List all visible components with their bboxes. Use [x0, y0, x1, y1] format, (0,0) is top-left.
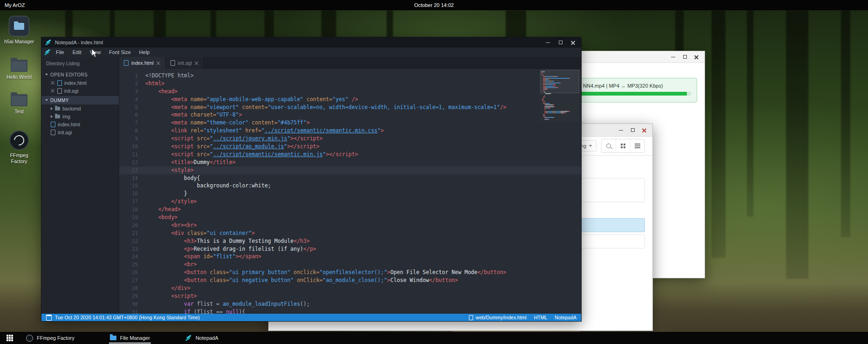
desktop-icon-h5ai-manager[interactable]: h5ai Manager	[3, 16, 35, 45]
editor-column: index.htmlinit.agi 1<!DOCTYPE html>2<htm…	[119, 57, 581, 314]
tree-item-index-html[interactable]: index.html	[41, 120, 119, 128]
code-line-text: <p>Received drag-in filelist (if any)</p…	[145, 245, 316, 253]
code-line: 18 </head>	[119, 206, 581, 213]
taskbar: FFmpeg FactoryFile ManagerNotepadA	[0, 332, 868, 344]
line-number: 28	[119, 284, 145, 292]
menu-items: FileEditViewFont SizeHelp	[52, 48, 154, 56]
grid-view-button[interactable]	[616, 139, 630, 152]
close-editor-icon[interactable]	[51, 89, 55, 93]
code-editor[interactable]: 1<!DOCTYPE html>2<html>3 <head>4 <meta n…	[119, 69, 581, 314]
apps-grid-icon	[7, 335, 8, 337]
tree-item-img[interactable]: img	[41, 112, 119, 120]
minimap[interactable]	[540, 70, 579, 122]
code-line: 17 </style>	[119, 198, 581, 206]
start-menu-button[interactable]	[4, 332, 16, 344]
search-icon	[606, 144, 611, 148]
notepada-logo-icon	[44, 49, 51, 55]
status-app-name[interactable]: NotepadA	[555, 315, 576, 320]
code-line: 20 <br><br>	[119, 221, 581, 229]
line-number: 15	[119, 182, 145, 190]
menu-file[interactable]: File	[52, 48, 68, 56]
line-number: 5	[119, 103, 145, 111]
line-number: 8	[119, 127, 145, 135]
code-line-text: <script src="../script/jquery.min.js"></…	[145, 135, 323, 143]
notepada-titlebar[interactable]: NotepadA - index.html	[41, 37, 581, 48]
list-view-button[interactable]	[630, 139, 644, 152]
minimap-line	[541, 116, 578, 117]
taskbar-items: FFmpeg FactoryFile ManagerNotepadA	[23, 332, 251, 344]
code-line-text: <meta name="theme-color" content="#4b75f…	[145, 119, 310, 127]
code-line: 5 <meta name="viewport" content="user-sc…	[119, 103, 581, 111]
code-line-text: <meta name="viewport" content="user-scal…	[145, 103, 506, 111]
code-line-text: </div>	[145, 284, 190, 292]
tree-item-label: init.agi	[64, 88, 78, 94]
tree-item-index-html[interactable]: index.html	[41, 79, 119, 87]
status-language[interactable]: HTML	[534, 315, 548, 320]
close-tab-icon[interactable]	[156, 61, 161, 65]
chevron-down-icon	[45, 74, 48, 76]
close-icon[interactable]	[570, 40, 576, 45]
close-tab-icon[interactable]	[195, 61, 199, 65]
desktop-screen: October 20 14:02 My ArOZ h5ai ManagerHel…	[0, 0, 868, 344]
file-tree-sidebar: Directory Listing OPEN EDITORSindex.html…	[41, 57, 119, 314]
line-number: 12	[119, 158, 145, 166]
status-file-path[interactable]: web/Dummy/index.html	[469, 315, 527, 320]
line-number: 21	[119, 229, 145, 237]
line-number: 22	[119, 237, 145, 245]
maximize-icon[interactable]	[558, 40, 563, 45]
taskbar-item-notepada[interactable]: NotepadA	[183, 332, 221, 344]
code-line-text: if (flist == null){	[145, 308, 245, 314]
code-line-text: <head>	[145, 88, 177, 96]
code-line-text: <br>	[145, 261, 197, 268]
tree-trunk	[747, 10, 753, 217]
desktop-icon-hello-world[interactable]: Hello World	[3, 60, 35, 80]
maximize-icon[interactable]	[630, 128, 635, 133]
code-line-text: <br><br>	[145, 221, 197, 229]
minimap-line	[541, 109, 578, 110]
minimize-icon[interactable]	[671, 55, 676, 60]
code-line-text: body{	[145, 174, 200, 182]
code-line: 26 <button class="ui primary button" onc…	[119, 268, 581, 276]
desktop-icon-ffmpeg-factory[interactable]: FFmpeg Factory	[3, 131, 35, 165]
code-line: 24 <span id="flist"></span>	[119, 253, 581, 261]
code-line: 29 <script>	[119, 292, 581, 300]
minimize-icon[interactable]	[618, 128, 624, 133]
menu-edit[interactable]: Edit	[68, 48, 86, 56]
code-line-text: <style>	[145, 166, 194, 174]
code-line: 4 <meta name="apple-mobile-web-app-capab…	[119, 96, 581, 103]
minimize-icon[interactable]	[545, 40, 550, 45]
maximize-icon[interactable]	[682, 55, 687, 60]
status-datetime-label: Tue Oct 20 2020 14:01:43 GMT+0800 (Hong …	[55, 315, 200, 320]
menu-view[interactable]: View	[86, 48, 105, 56]
tab-index-html[interactable]: index.html	[119, 57, 166, 69]
status-datetime: Tue Oct 20 2020 14:01:43 GMT+0800 (Hong …	[46, 315, 200, 321]
tree-item-init-agi[interactable]: init.agi	[41, 87, 119, 95]
taskbar-item-file-manager[interactable]: File Manager	[107, 332, 153, 344]
tab-init-agi[interactable]: init.agi	[166, 57, 204, 69]
code-line: 7 <meta name="theme-color" content="#4b7…	[119, 119, 581, 127]
close-icon[interactable]	[694, 55, 699, 60]
search-button[interactable]	[602, 139, 616, 152]
menu-help[interactable]: Help	[135, 48, 154, 56]
section-label: OPEN EDITORS	[50, 72, 88, 77]
file-code-icon	[57, 80, 62, 86]
view-button-group	[601, 139, 645, 153]
taskbar-item-ffmpeg-factory[interactable]: FFmpeg Factory	[23, 332, 77, 344]
close-icon[interactable]	[642, 128, 647, 133]
minimap-line	[541, 100, 578, 101]
tree-item-backend[interactable]: backend	[41, 104, 119, 112]
menu-font-size[interactable]: Font Size	[105, 48, 135, 56]
tree-section-open-editors[interactable]: OPEN EDITORS	[41, 70, 119, 79]
tree-item-init-agi[interactable]: init.agi	[41, 128, 119, 136]
desktop-icon-label: FFmpeg Factory	[3, 152, 35, 165]
code-line-text: <div class="ui container">	[145, 229, 255, 237]
code-line: 31 if (flist == null){	[119, 308, 581, 314]
code-line: 27 <button class="ui negative button" on…	[119, 276, 581, 284]
line-number: 25	[119, 261, 145, 268]
line-number: 16	[119, 190, 145, 198]
close-editor-icon[interactable]	[51, 81, 55, 85]
tree-section-dummy[interactable]: DUMMY	[41, 96, 119, 104]
desktop-icon-test[interactable]: Test	[3, 94, 35, 115]
ffmpeg-circle-icon	[26, 335, 33, 342]
code-line: 9 <script src="../script/jquery.min.js">…	[119, 135, 581, 143]
